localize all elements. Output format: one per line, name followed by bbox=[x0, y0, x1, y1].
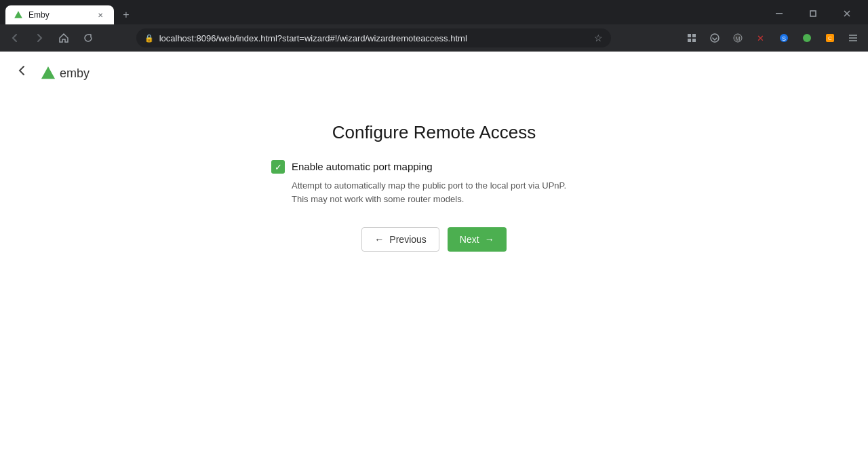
next-button[interactable]: Next → bbox=[448, 227, 507, 252]
tab-title: Emby bbox=[28, 10, 90, 20]
previous-arrow-icon: ← bbox=[374, 234, 384, 245]
svg-text:C: C bbox=[828, 35, 832, 41]
menu-icon[interactable] bbox=[844, 28, 863, 47]
extensions-icon[interactable] bbox=[682, 28, 701, 47]
close-button[interactable] bbox=[831, 3, 863, 24]
forward-nav-button[interactable] bbox=[30, 28, 49, 47]
home-nav-button[interactable] bbox=[54, 28, 73, 47]
button-row: ← Previous Next → bbox=[361, 227, 506, 252]
tab-favicon-icon bbox=[14, 10, 23, 20]
checkbox-description: Attempt to automatically map the public … bbox=[292, 179, 583, 206]
bookmark-icon[interactable]: ☆ bbox=[594, 33, 603, 43]
active-tab[interactable]: Emby ✕ bbox=[5, 5, 114, 24]
pocket-icon[interactable] bbox=[705, 28, 724, 47]
addon1-icon[interactable]: M bbox=[728, 28, 747, 47]
window-controls bbox=[764, 3, 863, 24]
emby-logo: emby bbox=[41, 66, 90, 81]
svg-marker-0 bbox=[14, 11, 22, 18]
svg-text:M: M bbox=[735, 35, 741, 42]
address-bar[interactable]: 🔒 localhost:8096/web/index.html?start=wi… bbox=[136, 28, 611, 47]
minimize-button[interactable] bbox=[764, 3, 795, 24]
addon4-icon[interactable] bbox=[797, 28, 816, 47]
svg-point-9 bbox=[711, 34, 719, 42]
address-bar-row: 🔒 localhost:8096/web/index.html?start=wi… bbox=[0, 24, 868, 52]
back-nav-button[interactable] bbox=[5, 28, 24, 47]
refresh-nav-button[interactable] bbox=[79, 28, 98, 47]
previous-label: Previous bbox=[389, 234, 426, 245]
new-tab-button[interactable]: + bbox=[117, 5, 136, 24]
enable-port-mapping-checkbox[interactable]: ✓ bbox=[271, 160, 285, 174]
svg-rect-7 bbox=[688, 39, 691, 42]
addon3-icon[interactable]: S bbox=[774, 28, 793, 47]
svg-rect-5 bbox=[688, 34, 691, 37]
emby-logo-icon bbox=[41, 66, 56, 81]
addon2-icon[interactable]: ✕ bbox=[751, 28, 770, 47]
back-button[interactable] bbox=[11, 60, 33, 81]
next-label: Next bbox=[460, 234, 479, 245]
url-text: localhost:8096/web/index.html?start=wiza… bbox=[159, 33, 589, 43]
form-section: ✓ Enable automatic port mapping Attempt … bbox=[271, 159, 597, 206]
page-title: Configure Remote Access bbox=[332, 122, 536, 143]
addon5-icon[interactable]: C bbox=[821, 28, 840, 47]
checkbox-row: ✓ Enable automatic port mapping bbox=[271, 159, 597, 174]
security-icon: 🔒 bbox=[144, 34, 154, 43]
wizard-content: Configure Remote Access ✓ Enable automat… bbox=[0, 95, 868, 252]
svg-rect-2 bbox=[810, 11, 816, 16]
top-navigation: emby bbox=[0, 52, 868, 95]
toolbar-icons: M ✕ S C bbox=[682, 28, 863, 47]
svg-text:✕: ✕ bbox=[757, 33, 764, 43]
svg-rect-1 bbox=[776, 13, 783, 14]
tab-close-button[interactable]: ✕ bbox=[95, 9, 106, 20]
emby-logo-text: emby bbox=[60, 66, 90, 81]
svg-rect-8 bbox=[692, 39, 696, 42]
restore-button[interactable] bbox=[797, 3, 829, 24]
previous-button[interactable]: ← Previous bbox=[361, 227, 439, 252]
svg-marker-21 bbox=[41, 66, 55, 79]
checkbox-label: Enable automatic port mapping bbox=[292, 159, 433, 174]
svg-text:S: S bbox=[782, 35, 786, 42]
svg-rect-6 bbox=[692, 34, 696, 37]
svg-point-15 bbox=[803, 34, 811, 42]
checkmark-icon: ✓ bbox=[275, 162, 282, 172]
next-arrow-icon: → bbox=[485, 234, 494, 245]
